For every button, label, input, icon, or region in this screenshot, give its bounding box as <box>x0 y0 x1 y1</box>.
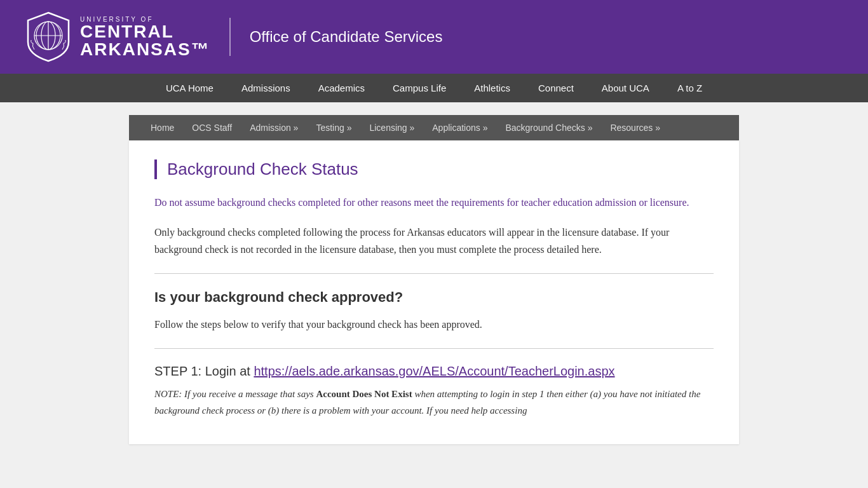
nav-connect[interactable]: Connect <box>524 74 588 102</box>
page-title-block: Background Check Status <box>154 159 714 179</box>
step1-link[interactable]: https://aels.ade.arkansas.gov/AELS/Accou… <box>254 364 614 378</box>
subnav-licensing[interactable]: Licensing » <box>360 115 423 140</box>
subnav-resources[interactable]: Resources » <box>601 115 669 140</box>
subnav-admission[interactable]: Admission » <box>241 115 307 140</box>
site-header: UNIVERSITY OF CENTRAL ARKANSAS™ Office o… <box>0 0 868 74</box>
nav-admissions[interactable]: Admissions <box>227 74 304 102</box>
section-heading: Is your background check approved? <box>154 289 714 306</box>
subnav-ocs-staff[interactable]: OCS Staff <box>183 115 241 140</box>
divider-2 <box>154 348 714 349</box>
warning-text: Do not assume background checks complete… <box>154 194 714 211</box>
subnav-background-checks[interactable]: Background Checks » <box>496 115 601 140</box>
divider-1 <box>154 273 714 274</box>
nav-campus-life[interactable]: Campus Life <box>379 74 460 102</box>
subnav-home[interactable]: Home <box>142 115 183 140</box>
sub-navigation: Home OCS Staff Admission » Testing » Lic… <box>129 115 739 140</box>
section-intro-text: Follow the steps below to verify that yo… <box>154 316 714 333</box>
step1-heading: STEP 1: Login at https://aels.ade.arkans… <box>154 364 714 379</box>
nav-athletics[interactable]: Athletics <box>460 74 524 102</box>
logo-area: UNIVERSITY OF CENTRAL ARKANSAS™ Office o… <box>25 11 442 62</box>
content-card: Background Check Status Do not assume ba… <box>129 140 739 444</box>
step1-note: NOTE: If you receive a message that says… <box>154 386 714 419</box>
main-navigation: UCA Home Admissions Academics Campus Lif… <box>0 74 868 102</box>
nav-academics[interactable]: Academics <box>304 74 379 102</box>
page-wrapper: Home OCS Staff Admission » Testing » Lic… <box>129 115 739 470</box>
nav-uca-home[interactable]: UCA Home <box>152 74 227 102</box>
university-name: UNIVERSITY OF CENTRAL ARKANSAS™ <box>80 16 210 58</box>
subnav-applications[interactable]: Applications » <box>423 115 496 140</box>
nav-about-uca[interactable]: About UCA <box>588 74 663 102</box>
subnav-testing[interactable]: Testing » <box>307 115 360 140</box>
header-divider <box>229 18 231 56</box>
page-title: Background Check Status <box>167 159 714 179</box>
office-title: Office of Candidate Services <box>250 28 443 46</box>
nav-a-to-z[interactable]: A to Z <box>663 74 716 102</box>
uca-logo-icon <box>25 11 71 62</box>
body-paragraph: Only background checks completed followi… <box>154 224 714 258</box>
